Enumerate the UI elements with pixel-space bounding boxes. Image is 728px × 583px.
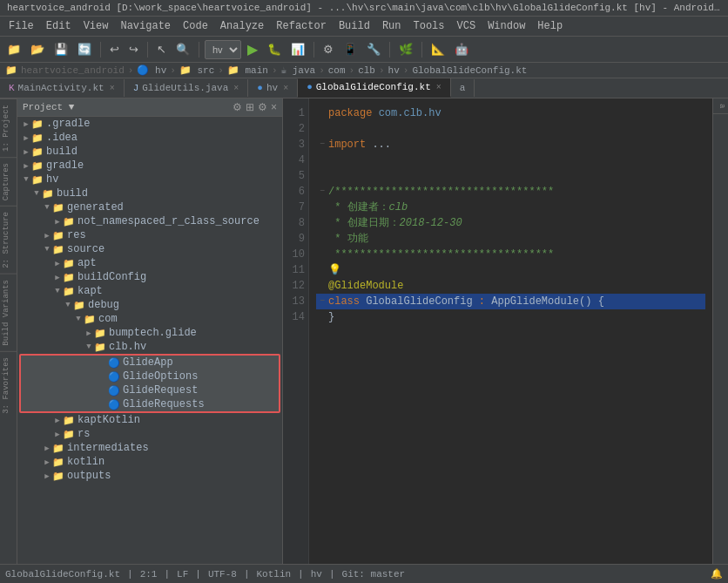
tree-hv[interactable]: ▼ 📁 hv: [17, 173, 282, 186]
tree-generated[interactable]: ▼ 📁 generated: [17, 200, 282, 214]
bottom-filename[interactable]: GlobalGlideConfig.kt: [5, 569, 120, 580]
bottom-position[interactable]: 2:1: [140, 569, 158, 580]
tab-build-variants[interactable]: Build Variants: [0, 274, 17, 351]
tree-not-namespaced[interactable]: ▶ 📁 not_namespaced_r_class_source: [17, 214, 282, 228]
menu-file[interactable]: File: [3, 18, 39, 34]
tree-apt[interactable]: ▶ 📁 apt: [17, 256, 282, 270]
tree-kaptKotlin[interactable]: ▶ 📁 kaptKotlin: [17, 413, 282, 427]
bottom-bar: GlobalGlideConfig.kt | 2:1 | LF | UTF-8 …: [0, 564, 728, 583]
tab-captures[interactable]: Captures: [0, 157, 17, 206]
tree-buildconfig[interactable]: ▶ 📁 buildConfig: [17, 270, 282, 284]
breadcrumb-hv2[interactable]: hv: [388, 65, 400, 76]
menu-vcs[interactable]: VCS: [452, 18, 482, 34]
breadcrumb-main[interactable]: 📁 main: [227, 64, 268, 76]
tab-hv[interactable]: ● hv ×: [248, 79, 298, 97]
fold-13[interactable]: −: [316, 294, 328, 309]
lightbulb-icon[interactable]: 💡: [328, 262, 341, 278]
fold-3[interactable]: −: [316, 137, 328, 153]
menu-navigate[interactable]: Navigate: [115, 18, 176, 34]
tree-build[interactable]: ▶ 📁 build: [17, 145, 282, 159]
tree-rs[interactable]: ▶ 📁 rs: [17, 427, 282, 441]
tab-favorites[interactable]: 3: Favorites: [0, 351, 17, 419]
tree-outputs[interactable]: ▶ 📁 outputs: [17, 469, 282, 483]
open-btn[interactable]: 📂: [27, 41, 48, 58]
redo-btn[interactable]: ↪: [125, 41, 142, 58]
fold-6[interactable]: −: [316, 184, 328, 200]
tree-debug[interactable]: ▼ 📁 debug: [17, 298, 282, 312]
breadcrumb-com[interactable]: com: [328, 65, 346, 76]
panel-sync-icon[interactable]: ⚙: [233, 101, 242, 113]
undo-btn[interactable]: ↩: [106, 41, 123, 58]
vcs-btn[interactable]: 🌿: [395, 41, 416, 58]
menu-window[interactable]: Window: [482, 18, 530, 34]
panel-expand-icon[interactable]: ⊞: [246, 101, 254, 113]
tree-com[interactable]: ▼ 📁 com: [17, 312, 282, 326]
search-btn[interactable]: 🔍: [172, 41, 193, 58]
sdk-btn[interactable]: 🔧: [363, 41, 384, 58]
menu-view[interactable]: View: [78, 18, 114, 34]
tree-source[interactable]: ▼ 📁 source: [17, 242, 282, 256]
profile-btn[interactable]: 📊: [287, 41, 308, 58]
sync-btn[interactable]: 🔄: [74, 41, 95, 58]
save-btn[interactable]: 💾: [51, 41, 71, 58]
tree-gradle2[interactable]: ▶ 📁 gradle: [17, 159, 282, 173]
menu-help[interactable]: Help: [532, 18, 568, 34]
bottom-language[interactable]: Kotlin: [257, 569, 292, 580]
tree-intermediates[interactable]: ▶ 📁 intermediates: [17, 441, 282, 455]
tree-kotlin[interactable]: ▶ 📁 kotlin: [17, 455, 282, 469]
code-editor[interactable]: package com.clb.hv − import ... − /*****…: [309, 98, 712, 564]
tree-res[interactable]: ▶ 📁 res: [17, 228, 282, 242]
tree-gliderequests[interactable]: 🔵 GlideRequests: [21, 397, 279, 411]
breadcrumb-hv[interactable]: 🔵 hv: [137, 64, 166, 76]
bottom-git[interactable]: Git: master: [342, 569, 406, 580]
debug-btn[interactable]: 🐛: [264, 41, 285, 58]
right-tab-a[interactable]: a: [713, 98, 728, 114]
menu-refactor[interactable]: Refactor: [271, 18, 332, 34]
tab-glideutils[interactable]: J GlideUtils.java ×: [125, 79, 249, 97]
run-btn[interactable]: ▶: [244, 39, 261, 59]
avd-btn[interactable]: 📱: [340, 41, 361, 58]
gradle-sync-btn[interactable]: ⚙: [320, 41, 337, 58]
breadcrumb-root[interactable]: 📁: [5, 64, 17, 76]
bottom-lineending[interactable]: LF: [177, 569, 188, 580]
menu-run[interactable]: Run: [377, 18, 407, 34]
menu-edit[interactable]: Edit: [41, 18, 77, 34]
tab-structure[interactable]: 2: Structure: [0, 206, 17, 274]
breadcrumb-src[interactable]: 📁 src: [179, 64, 214, 76]
tab-hv-close[interactable]: ×: [283, 84, 288, 93]
menu-analyze[interactable]: Analyze: [215, 18, 269, 34]
tree-hv-build[interactable]: ▼ 📁 build: [17, 186, 282, 200]
tab-mainactivity-icon: K: [9, 83, 15, 93]
panel-close-icon[interactable]: ×: [271, 101, 277, 113]
tree-glideapp[interactable]: 🔵 GlideApp: [21, 356, 279, 369]
android-icon-btn[interactable]: 🤖: [451, 41, 472, 58]
cursor-btn[interactable]: ↖: [153, 41, 170, 58]
menu-build[interactable]: Build: [334, 18, 375, 34]
tree-gliderequest[interactable]: 🔵 GlideRequest: [21, 383, 279, 397]
tree-gradle[interactable]: ▶ 📁 .gradle: [17, 117, 282, 131]
tab-project[interactable]: 1: Project: [0, 98, 17, 157]
breadcrumb-file[interactable]: GlobalGlideConfig.kt: [412, 65, 527, 76]
tab-mainactivity-close[interactable]: ×: [110, 84, 115, 93]
tab-a[interactable]: a: [451, 79, 475, 97]
tree-glideoptions[interactable]: 🔵 GlideOptions: [21, 369, 279, 383]
tree-bumptech[interactable]: ▶ 📁 bumptech.glide: [17, 326, 282, 340]
new-project-btn[interactable]: 📁: [3, 41, 24, 58]
menu-tools[interactable]: Tools: [408, 18, 450, 34]
tab-globalglide-close[interactable]: ×: [436, 83, 442, 92]
layout-btn[interactable]: 📐: [428, 41, 448, 58]
tree-kapt[interactable]: ▼ 📁 kapt: [17, 284, 282, 298]
tree-clb-hv[interactable]: ▼ 📁 clb.hv: [17, 340, 282, 354]
bottom-encoding[interactable]: UTF-8: [208, 569, 237, 580]
panel-settings-icon[interactable]: ⚙: [258, 101, 267, 113]
breadcrumb-clb[interactable]: clb: [358, 65, 375, 76]
tree-idea[interactable]: ▶ 📁 .idea: [17, 131, 282, 145]
bottom-notification[interactable]: 🔔: [711, 568, 723, 580]
tab-mainactivity[interactable]: K MainActivity.kt ×: [0, 79, 125, 97]
tab-glideutils-close[interactable]: ×: [233, 84, 239, 93]
bottom-module[interactable]: hv: [311, 569, 322, 580]
menu-code[interactable]: Code: [178, 18, 213, 34]
module-dropdown[interactable]: hv: [205, 40, 241, 59]
breadcrumb-java[interactable]: ☕ java: [281, 64, 316, 76]
tab-globalglide[interactable]: ● GlobalGlideConfig.kt ×: [298, 78, 451, 98]
